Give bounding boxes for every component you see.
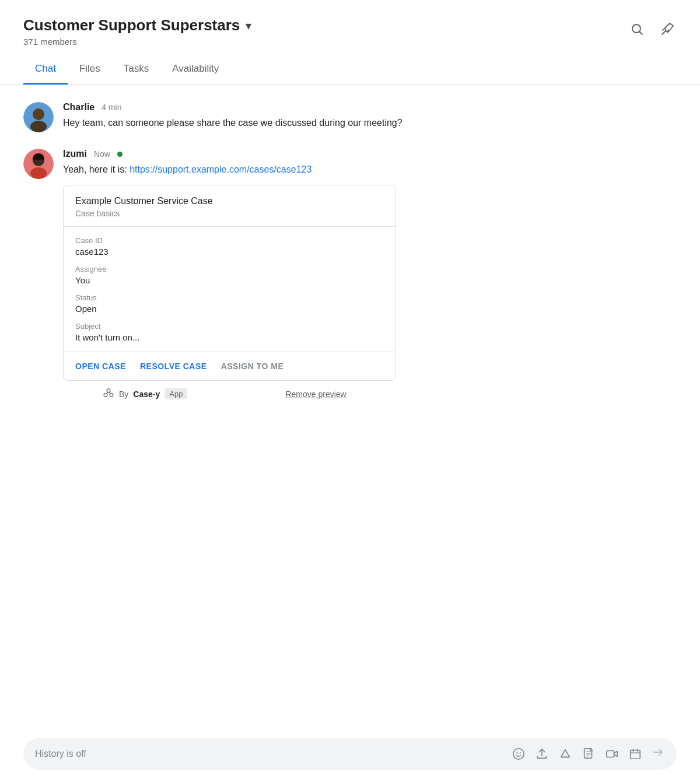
svg-point-18 <box>516 752 517 753</box>
case-field-status: Status Open <box>75 293 383 314</box>
case-field-status-value: Open <box>75 304 383 314</box>
pin-button[interactable] <box>658 20 677 40</box>
open-case-button[interactable]: OPEN CASE <box>75 362 126 371</box>
svg-point-17 <box>513 749 524 759</box>
message-text-izumi: Yeah, here it is: https://support.exampl… <box>63 163 396 177</box>
case-card-body: Case ID case123 Assignee You Status Open… <box>64 227 395 352</box>
attribution-by: By <box>119 390 128 399</box>
svg-point-4 <box>33 108 44 120</box>
assign-to-me-button[interactable]: ASSIGN TO ME <box>221 362 284 371</box>
chat-area: Charlie 4 min Hey team, can someone plea… <box>0 85 700 429</box>
message-charlie: Charlie 4 min Hey team, can someone plea… <box>23 102 677 132</box>
case-card-actions: OPEN CASE RESOLVE CASE ASSIGN TO ME <box>64 352 395 380</box>
message-text-prefix: Yeah, here it is: <box>63 164 130 174</box>
tabs: Chat Files Tasks Availability <box>0 56 700 85</box>
case-card-title: Example Customer Service Case <box>75 196 383 206</box>
casey-icon <box>103 387 114 401</box>
case-card-subtitle: Case basics <box>75 209 383 218</box>
case-field-id: Case ID case123 <box>75 236 383 257</box>
case-field-id-label: Case ID <box>75 236 383 245</box>
pin-icon <box>660 22 674 36</box>
remove-preview-button[interactable]: Remove preview <box>285 390 346 399</box>
message-author-charlie: Charlie <box>63 102 94 113</box>
attribution-badge: App <box>164 388 187 399</box>
message-header-izumi: Izumi Now <box>63 149 396 159</box>
case-card-header: Example Customer Service Case Case basic… <box>64 185 395 227</box>
case-field-subject-value: It won't turn on... <box>75 332 383 342</box>
dropdown-icon[interactable]: ▾ <box>246 19 251 33</box>
online-indicator-izumi <box>117 152 123 157</box>
avatar-izumi <box>23 149 54 179</box>
svg-line-16 <box>108 392 111 394</box>
tab-chat[interactable]: Chat <box>23 56 68 85</box>
attribution-logo-icon <box>103 387 114 398</box>
svg-point-5 <box>30 121 47 132</box>
message-author-izumi: Izumi <box>63 149 87 159</box>
message-header-charlie: Charlie 4 min <box>63 102 402 113</box>
svg-rect-24 <box>607 751 614 757</box>
case-field-assignee-value: You <box>75 275 383 285</box>
doc-button[interactable] <box>582 748 595 760</box>
svg-line-15 <box>106 392 108 394</box>
case-field-assignee-label: Assignee <box>75 265 383 273</box>
svg-point-19 <box>520 752 521 753</box>
emoji-button[interactable] <box>512 748 525 760</box>
drive-button[interactable] <box>559 748 572 760</box>
tab-files[interactable]: Files <box>68 56 112 85</box>
toolbar-icons <box>512 748 642 760</box>
tab-tasks[interactable]: Tasks <box>112 56 160 85</box>
header-title: Customer Support Superstars ▾ <box>23 16 251 34</box>
message-text-charlie: Hey team, can someone please share the c… <box>63 116 402 130</box>
svg-point-12 <box>107 389 110 392</box>
svg-point-13 <box>104 393 107 396</box>
video-button[interactable] <box>606 748 618 760</box>
input-area: History is off <box>23 738 677 770</box>
message-time-charlie: 4 min <box>102 103 121 112</box>
search-icon <box>630 22 644 36</box>
svg-point-14 <box>110 393 113 396</box>
case-link[interactable]: https://support.example.com/cases/case12… <box>130 164 312 174</box>
header: Customer Support Superstars ▾ 371 member… <box>0 0 700 47</box>
group-name: Customer Support Superstars <box>23 16 240 34</box>
message-content-charlie: Charlie 4 min Hey team, can someone plea… <box>63 102 402 132</box>
members-count: 371 members <box>23 37 251 47</box>
upload-button[interactable] <box>536 748 548 760</box>
svg-line-1 <box>640 32 643 35</box>
attribution: By Case-y App Remove preview <box>103 387 396 401</box>
search-button[interactable] <box>628 20 646 40</box>
tab-availability[interactable]: Availability <box>160 56 230 85</box>
header-actions <box>628 20 677 40</box>
case-field-status-label: Status <box>75 293 383 302</box>
svg-rect-25 <box>631 750 640 759</box>
resolve-case-button[interactable]: RESOLVE CASE <box>140 362 207 371</box>
message-content-izumi: Izumi Now Yeah, here it is: https://supp… <box>63 149 396 401</box>
case-field-id-value: case123 <box>75 247 383 257</box>
case-field-assignee: Assignee You <box>75 265 383 285</box>
bottom-bar: History is off <box>0 729 700 779</box>
svg-line-2 <box>662 31 666 34</box>
message-izumi: Izumi Now Yeah, here it is: https://supp… <box>23 149 677 401</box>
history-off-label: History is off <box>35 749 503 759</box>
svg-point-8 <box>30 167 47 179</box>
case-card: Example Customer Service Case Case basic… <box>63 185 396 381</box>
attribution-app-name: Case-y <box>133 390 160 399</box>
case-field-subject-label: Subject <box>75 322 383 331</box>
calendar-button[interactable] <box>629 748 642 760</box>
header-left: Customer Support Superstars ▾ 371 member… <box>23 16 251 47</box>
send-button[interactable] <box>651 745 665 763</box>
case-field-subject: Subject It won't turn on... <box>75 322 383 342</box>
message-time-izumi: Now <box>94 149 110 159</box>
avatar-charlie <box>23 102 54 132</box>
